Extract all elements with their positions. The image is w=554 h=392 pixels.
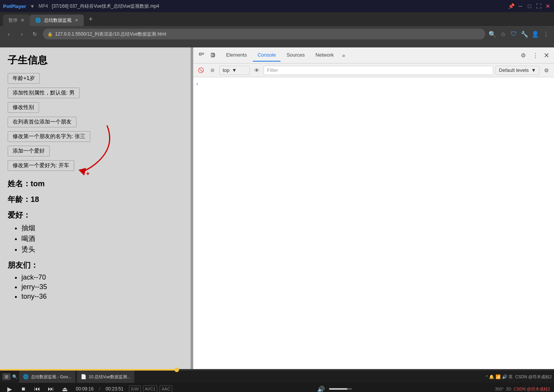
hobby-item: 烫头 (21, 245, 183, 254)
tab-sources[interactable]: Sources (282, 49, 310, 62)
taskbar-app-browser[interactable]: 🌐 总结数据监视 - Goo... (19, 369, 75, 384)
friend-item: jack--70 (21, 273, 183, 281)
student-info: 姓名：tom 年龄：18 爱好： 抽烟 喝酒 烫头 朋友们： jack--70 … (8, 179, 183, 301)
expand-icon[interactable]: ⛶ (536, 3, 542, 9)
add-gender-button[interactable]: 添加性别属性，默认值: 男 (8, 88, 80, 98)
windows-button[interactable]: ⊞ (2, 373, 11, 380)
360-badge: 360° (495, 387, 504, 391)
profile-icon[interactable]: 👤 (531, 30, 539, 38)
progress-bar[interactable] (0, 369, 554, 371)
change-gender-button[interactable]: 修改性别 (8, 102, 39, 113)
refresh-button[interactable]: ↻ (30, 29, 40, 39)
play-button[interactable]: ▶ (4, 383, 15, 392)
extension-icon[interactable]: 🛡 (510, 30, 518, 38)
tab-paused[interactable]: 暂停 ✕ (3, 15, 30, 26)
eject-button[interactable]: ⏏ (59, 383, 70, 392)
csdn-badge: CSDN @符木成桂2 (515, 374, 552, 380)
friend-item: tony--36 (21, 293, 183, 301)
volume-bar[interactable] (329, 388, 352, 390)
minimize-icon[interactable]: ─ (517, 3, 523, 9)
block-icon[interactable]: ⊘ (208, 66, 217, 75)
add-friend-button[interactable]: 在列表首位添加一个朋友 (8, 117, 77, 127)
console-prompt-icon[interactable]: › (196, 81, 198, 87)
address-bar[interactable]: 🔒 127.0.0.1:5500/12_列表渲染/10.总结Vue数据监测.ht… (43, 29, 485, 39)
format-sw: S/W (129, 385, 141, 392)
context-value: top (223, 67, 230, 73)
close-icon[interactable]: ✕ (545, 3, 551, 9)
stop-button[interactable]: ■ (18, 383, 29, 392)
player-controls: ▶ ■ ⏮ ⏭ ⏏ 00:09:16 / 00:23:51 S/W AVC1 A… (0, 383, 554, 392)
change-friend-name-button[interactable]: 修改第一个朋友的名字为: 张三 (8, 131, 90, 142)
more-tabs-icon[interactable]: » (340, 51, 347, 60)
change-hobby-button[interactable]: 修改第一个爱好为: 开车 (8, 160, 74, 171)
tab-data-monitor[interactable]: 🌐 总结数据监视 ✕ (30, 15, 84, 26)
console-settings-icon[interactable]: ⚙ (542, 66, 551, 75)
total-time: 00:23:51 (106, 386, 124, 392)
devtools-right-icons: ⚙ ⋮ ✕ (518, 50, 551, 61)
browser-chrome: 暂停 ✕ 🌐 总结数据监视 ✕ + ‹ › ↻ 🔒 127.0.0.1:5500… (0, 12, 554, 47)
browser-app-label: 总结数据监视 - Goo... (31, 374, 72, 380)
search-button[interactable]: 🔍 (12, 374, 18, 379)
back-button[interactable]: ‹ (4, 29, 14, 39)
pin-icon[interactable]: 📌 (508, 3, 514, 9)
age-value: 18 (31, 195, 39, 203)
tab-network[interactable]: Network (311, 49, 339, 62)
levels-dropdown-icon: ▼ (531, 67, 536, 73)
taskbar-right: ^ 🔔 📶 🔊 英 CSDN @符木成桂2 (486, 374, 552, 380)
clear-console-icon[interactable]: 🚫 (196, 66, 205, 75)
tab-console[interactable]: Console (253, 49, 280, 62)
devtools-toolbar: Elements Console Sources Network » ⚙ ⋮ ✕ (193, 47, 554, 63)
tab-bar: 暂停 ✕ 🌐 总结数据监视 ✕ + (0, 12, 554, 26)
levels-label: Default levels (499, 67, 529, 73)
svg-text:+: + (86, 170, 90, 177)
name-label: 姓名： (8, 179, 31, 188)
maximize-icon[interactable]: □ (526, 3, 533, 9)
player-area: ⊞ 🔍 🌐 总结数据监视 - Goo... 📄 10.总结Vue数据监测... … (0, 371, 554, 392)
add-hobby-button[interactable]: 添加一个爱好 (8, 146, 50, 156)
tab-elements[interactable]: Elements (222, 49, 251, 62)
friend-item: jerry--35 (21, 283, 183, 291)
new-tab-button[interactable]: + (85, 14, 96, 24)
prev-button[interactable]: ⏮ (31, 383, 43, 392)
settings-icon[interactable]: ⚙ (518, 50, 528, 61)
extensions-icon[interactable]: 🔧 (520, 30, 529, 38)
device-mode-icon[interactable] (208, 50, 218, 61)
inspect-element-icon[interactable] (196, 50, 207, 61)
button-group: 年龄+1岁 添加性别属性，默认值: 男 修改性别 在列表首位添加一个朋友 修改第… (8, 73, 183, 171)
default-levels-selector[interactable]: Default levels ▼ (495, 66, 539, 75)
tab-paused-close[interactable]: ✕ (21, 18, 24, 23)
potplayer-logo[interactable]: PotPlayer (3, 3, 26, 9)
title-bar: PotPlayer ▼ MP4 [37/168] 037_尚硅谷Vue技术_总结… (0, 0, 554, 12)
tab-data-monitor-close[interactable]: ✕ (75, 18, 78, 23)
next-button[interactable]: ⏭ (45, 383, 57, 392)
console-content: › (193, 77, 554, 369)
context-dropdown-icon: ▼ (232, 67, 237, 73)
hobbies-title: 爱好： (8, 210, 183, 220)
player-right-info: 360° 3D CSDN @符木成桂2 (495, 386, 550, 392)
devtools-panel: Elements Console Sources Network » ⚙ ⋮ ✕… (193, 47, 554, 369)
browser-app-icon: 🌐 (23, 374, 29, 379)
volume-icon[interactable]: 🔊 (315, 383, 327, 392)
main-area: 子生信息 年龄+1岁 添加性别属性，默认值: 男 修改性别 在列表首位添加一个朋… (0, 47, 554, 369)
filter-input[interactable]: Filter (264, 66, 493, 75)
volume-fill (329, 388, 347, 390)
hobby-item: 喝酒 (21, 234, 183, 243)
menu-icon[interactable]: ⋮ (542, 30, 550, 38)
console-toolbar: 🚫 ⊘ top ▼ 👁 Filter Default levels ▼ ⚙ (193, 63, 554, 77)
csdn-player-badge: CSDN @符木成桂2 (513, 386, 550, 392)
bookmark-icon[interactable]: ☆ (499, 30, 507, 38)
customize-icon[interactable]: ⋮ (530, 50, 541, 61)
zoom-icon[interactable]: 🔍 (488, 30, 497, 38)
taskbar-app-vscode[interactable]: 📄 10.总结Vue数据监测... (77, 369, 135, 384)
age-plus-button[interactable]: 年龄+1岁 (8, 73, 40, 84)
close-devtools-icon[interactable]: ✕ (542, 51, 551, 60)
eye-icon[interactable]: 👁 (252, 66, 261, 75)
lock-icon: 🔒 (47, 32, 53, 37)
forward-button[interactable]: › (17, 29, 27, 39)
hobby-item: 抽烟 (21, 223, 183, 233)
context-selector[interactable]: top ▼ (219, 66, 250, 75)
tray-icons: ^ 🔔 📶 🔊 英 (486, 374, 513, 380)
title-bar-controls: 📌 ─ □ ⛶ ✕ (508, 3, 551, 9)
vscode-app-icon: 📄 (81, 374, 86, 379)
taskbar: ⊞ 🔍 🌐 总结数据监视 - Goo... 📄 10.总结Vue数据监测... … (0, 371, 554, 383)
